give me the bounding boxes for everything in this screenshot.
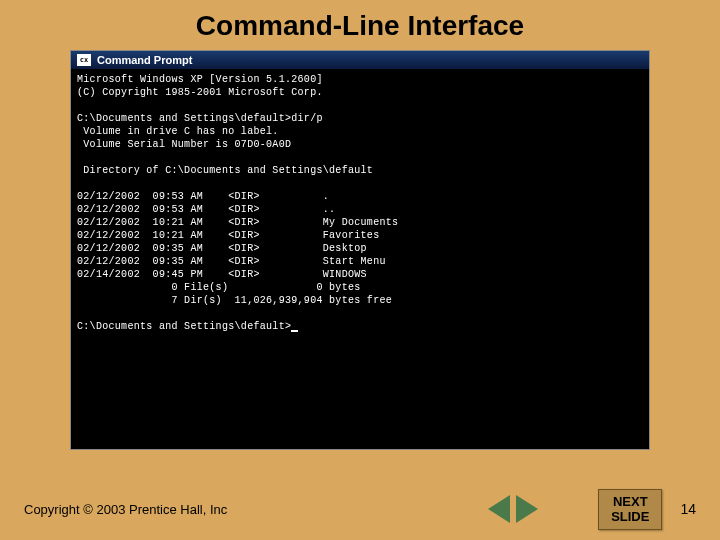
dir-row: 02/12/2002 10:21 AM <DIR> Favorites	[77, 230, 379, 241]
window-title-bar: cx Command Prompt	[71, 51, 649, 69]
dir-row: 02/12/2002 10:21 AM <DIR> My Documents	[77, 217, 398, 228]
next-slide-label-2: SLIDE	[611, 509, 649, 525]
prev-arrow-icon[interactable]	[488, 495, 510, 523]
nav-arrows	[488, 495, 538, 523]
dir-row: 02/14/2002 09:45 PM <DIR> WINDOWS	[77, 269, 367, 280]
cmd-icon: cx	[77, 54, 91, 66]
dir-row: 02/12/2002 09:53 AM <DIR> ..	[77, 204, 335, 215]
terminal-line: Microsoft Windows XP [Version 5.1.2600]	[77, 74, 323, 85]
slide-title: Command-Line Interface	[0, 0, 720, 50]
next-slide-button[interactable]: NEXT SLIDE	[598, 489, 662, 530]
dir-row: 02/12/2002 09:35 AM <DIR> Desktop	[77, 243, 367, 254]
copyright-text: Copyright © 2003 Prentice Hall, Inc	[24, 502, 488, 517]
cursor-icon	[291, 330, 298, 332]
dir-row: 02/12/2002 09:53 AM <DIR> .	[77, 191, 329, 202]
dir-row: 02/12/2002 09:35 AM <DIR> Start Menu	[77, 256, 386, 267]
terminal-line: Volume Serial Number is 07D0-0A0D	[77, 139, 291, 150]
dir-summary: 7 Dir(s) 11,026,939,904 bytes free	[77, 295, 392, 306]
window-title: Command Prompt	[97, 54, 192, 66]
terminal-prompt: C:\Documents and Settings\default>	[77, 321, 291, 332]
next-slide-label-1: NEXT	[611, 494, 649, 510]
terminal-output: Microsoft Windows XP [Version 5.1.2600] …	[71, 69, 649, 449]
slide-number: 14	[680, 501, 696, 517]
command-prompt-window: cx Command Prompt Microsoft Windows XP […	[70, 50, 650, 450]
terminal-line: Volume in drive C has no label.	[77, 126, 279, 137]
terminal-line: Directory of C:\Documents and Settings\d…	[77, 165, 373, 176]
terminal-line: (C) Copyright 1985-2001 Microsoft Corp.	[77, 87, 323, 98]
terminal-line: C:\Documents and Settings\default>dir/p	[77, 113, 323, 124]
dir-summary: 0 File(s) 0 bytes	[77, 282, 361, 293]
slide-footer: Copyright © 2003 Prentice Hall, Inc NEXT…	[0, 489, 720, 530]
next-arrow-icon[interactable]	[516, 495, 538, 523]
